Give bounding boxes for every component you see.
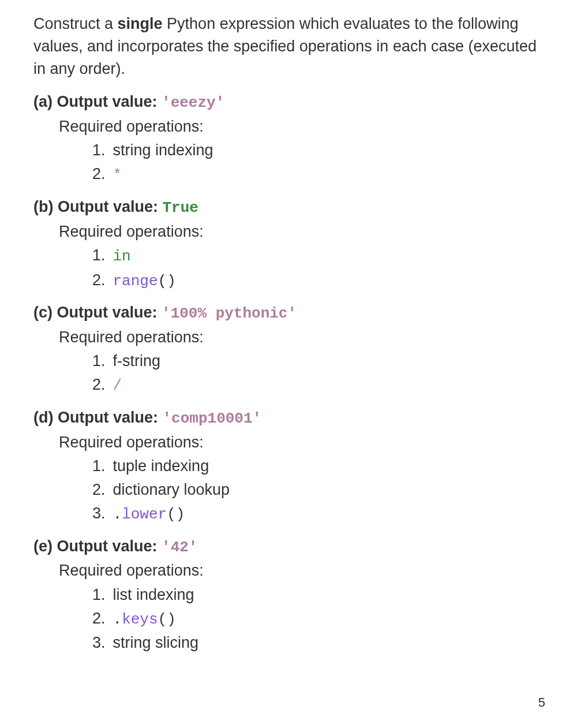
page-number: 5 xyxy=(538,693,545,712)
part-e-label: (e) xyxy=(33,537,53,555)
part-d-header: (d) Output value: 'comp10001' xyxy=(33,406,548,430)
part-a-op-2: 2. * xyxy=(92,163,548,188)
output-value-label: Output value: xyxy=(58,409,158,426)
part-a: (a) Output value: 'eeezy' Required opera… xyxy=(33,91,548,188)
part-e-op-2-code: .keys() xyxy=(113,611,176,628)
part-b-header: (b) Output value: True xyxy=(33,196,548,219)
page: Construct a single Python expression whi… xyxy=(0,0,581,728)
part-b: (b) Output value: True Required operatio… xyxy=(33,196,548,293)
output-value-label: Output value: xyxy=(57,304,158,321)
part-d: (d) Output value: 'comp10001' Required o… xyxy=(33,406,548,527)
part-c-op-2-code: / xyxy=(113,377,122,394)
output-value-label: Output value: xyxy=(57,537,158,555)
part-a-label: (a) xyxy=(33,93,53,110)
part-a-required-label: Required operations: xyxy=(59,115,548,138)
part-e-ops: 1. list indexing 2. .keys() 3. string sl… xyxy=(92,584,548,656)
part-c-output-code: '100% pythonic' xyxy=(162,305,297,322)
part-c-op-1: 1. f-string xyxy=(92,350,548,374)
part-d-output-code: 'comp10001' xyxy=(163,410,262,427)
part-d-ops: 1. tuple indexing 2. dictionary lookup 3… xyxy=(92,455,548,527)
part-e: (e) Output value: '42' Required operatio… xyxy=(33,535,548,656)
part-d-op-3-code: .lower() xyxy=(113,506,185,523)
part-c-required-label: Required operations: xyxy=(59,326,548,349)
part-b-label: (b) xyxy=(33,198,53,215)
part-b-op-1-code: in xyxy=(113,248,131,265)
part-b-output-code: True xyxy=(163,199,198,216)
output-value-label: Output value: xyxy=(58,198,158,215)
part-d-op-3: 3. .lower() xyxy=(92,502,548,527)
part-c-label: (c) xyxy=(33,304,53,321)
part-e-op-3: 3. string slicing xyxy=(92,632,548,655)
part-a-ops: 1. string indexing 2. * xyxy=(92,139,548,188)
part-d-label: (d) xyxy=(33,409,53,426)
intro-paragraph: Construct a single Python expression whi… xyxy=(33,13,548,80)
output-value-label: Output value: xyxy=(57,93,158,110)
part-d-op-2: 2. dictionary lookup xyxy=(92,479,548,502)
part-b-op-1: 1. in xyxy=(92,244,548,269)
part-d-required-label: Required operations: xyxy=(59,431,548,454)
part-e-header: (e) Output value: '42' xyxy=(33,535,548,559)
part-b-op-2: 2. range() xyxy=(92,269,548,294)
part-b-op-2-code: range() xyxy=(113,272,176,290)
part-c: (c) Output value: '100% pythonic' Requir… xyxy=(33,301,548,398)
part-a-output-code: 'eeezy' xyxy=(162,94,224,111)
part-b-ops: 1. in 2. range() xyxy=(92,244,548,293)
part-d-op-1: 1. tuple indexing xyxy=(92,455,548,479)
part-e-required-label: Required operations: xyxy=(59,559,548,582)
part-b-required-label: Required operations: xyxy=(59,221,548,243)
part-e-op-1: 1. list indexing xyxy=(92,584,548,607)
intro-bold: single xyxy=(118,15,163,32)
part-a-op-2-code: * xyxy=(113,166,122,184)
part-e-output-code: '42' xyxy=(162,539,197,556)
part-e-op-2: 2. .keys() xyxy=(92,607,548,632)
part-c-ops: 1. f-string 2. / xyxy=(92,350,548,398)
part-c-op-2: 2. / xyxy=(92,374,548,398)
intro-pre: Construct a xyxy=(33,15,118,32)
part-c-header: (c) Output value: '100% pythonic' xyxy=(33,301,548,325)
part-a-header: (a) Output value: 'eeezy' xyxy=(33,91,548,114)
part-a-op-1: 1. string indexing xyxy=(92,139,548,163)
